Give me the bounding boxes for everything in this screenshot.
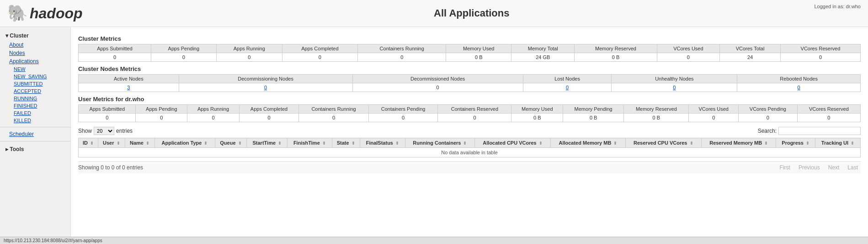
col-decommissioning-nodes: Decommissioning Nodes <box>179 75 352 83</box>
th-alloc-cpu[interactable]: Allocated CPU VCores ⇕ <box>474 138 550 148</box>
sort-icon-finalstatus: ⇕ <box>395 141 399 146</box>
sort-icon-alloc-mem: ⇕ <box>613 141 617 146</box>
sidebar-item-submitted[interactable]: SUBMITTED <box>0 80 70 87</box>
show-entries-right: Search: <box>758 127 861 135</box>
th-tracking-ui[interactable]: Tracking UI ⇕ <box>815 138 860 148</box>
sidebar-item-about[interactable]: About <box>0 41 70 49</box>
no-data-row: No data available in table <box>79 148 861 157</box>
sort-icon-state: ⇕ <box>351 141 355 146</box>
login-info: Logged in as: dr.who <box>814 4 861 9</box>
ucol-containers-reserved: Containers Reserved <box>438 105 511 114</box>
th-alloc-mem[interactable]: Allocated Memory MB ⇕ <box>551 138 625 148</box>
logo-area: 🐘 hadoop <box>7 4 83 23</box>
ucol-memory-pending: Memory Pending <box>563 105 624 114</box>
hadoop-logo: hadoop <box>30 5 83 22</box>
th-application-type[interactable]: Application Type ⇕ <box>154 138 215 148</box>
val-active-nodes[interactable]: 3 <box>79 83 179 92</box>
pagination-first[interactable]: First <box>777 163 793 172</box>
th-running-containers[interactable]: Running Containers ⇕ <box>405 138 474 148</box>
col-vcores-total: VCores Total <box>720 44 781 53</box>
sort-icon-apptype: ⇕ <box>204 141 208 146</box>
cluster-metrics-table: Apps Submitted Apps Pending Apps Running… <box>78 44 861 62</box>
ucol-apps-pending: Apps Pending <box>136 105 187 114</box>
val-rebooted-nodes[interactable]: 0 <box>737 83 861 92</box>
val-decommissioned-nodes: 0 <box>352 83 523 92</box>
sort-icon-id: ⇕ <box>90 141 94 146</box>
ucol-apps-submitted: Apps Submitted <box>79 105 136 114</box>
cluster-metrics-row: 0 0 0 0 0 0 B 24 GB 0 B 0 24 0 <box>79 53 861 62</box>
th-name[interactable]: Name ⇕ <box>125 138 154 148</box>
val-vcores-used: 0 <box>657 53 719 62</box>
search-input[interactable] <box>778 127 861 135</box>
th-user[interactable]: User ⇕ <box>98 138 125 148</box>
pagination-previous[interactable]: Previous <box>796 163 823 172</box>
sort-icon-alloc-cpu: ⇕ <box>539 141 543 146</box>
sidebar-item-applications[interactable]: Applications <box>0 57 70 65</box>
sidebar-item-new[interactable]: NEW <box>0 65 70 73</box>
pagination-last[interactable]: Last <box>845 163 861 172</box>
val-vcores-total: 24 <box>720 53 781 62</box>
sort-icon-starttime: ⇕ <box>278 141 282 146</box>
entries-label: entries <box>116 128 133 134</box>
search-label: Search: <box>758 128 777 134</box>
cluster-section-header[interactable]: ▾ Cluster <box>0 31 70 41</box>
col-rebooted-nodes: Rebooted Nodes <box>737 75 861 83</box>
th-id[interactable]: ID ⇕ <box>79 138 98 148</box>
entries-select[interactable]: 20 10 25 50 100 <box>94 127 114 135</box>
val-apps-submitted: 0 <box>79 53 151 62</box>
val-memory-used: 0 B <box>446 53 511 62</box>
ucol-apps-completed: Apps Completed <box>239 105 299 114</box>
uval-apps-submitted: 0 <box>79 114 136 122</box>
sort-icon-progress: ⇕ <box>806 141 809 146</box>
col-apps-running: Apps Running <box>216 44 282 53</box>
th-finishtime[interactable]: FinishTime ⇕ <box>288 138 332 148</box>
sort-icon-running-containers: ⇕ <box>463 141 467 146</box>
pagination-next[interactable]: Next <box>825 163 842 172</box>
val-unhealthy-nodes[interactable]: 0 <box>612 83 737 92</box>
th-state[interactable]: State ⇕ <box>332 138 360 148</box>
th-finalstatus[interactable]: FinalStatus ⇕ <box>360 138 405 148</box>
page-title: All Applications <box>83 7 861 19</box>
uval-apps-completed: 0 <box>239 114 299 122</box>
sidebar-item-killed[interactable]: KILLED <box>0 117 70 124</box>
cluster-nodes-metrics-table: Active Nodes Decommissioning Nodes Decom… <box>78 74 861 92</box>
sort-icon-tracking-ui: ⇕ <box>851 141 854 146</box>
th-reserved-cpu[interactable]: Reserved CPU VCores ⇕ <box>625 138 701 148</box>
val-lost-nodes[interactable]: 0 <box>523 83 612 92</box>
cluster-nodes-row: 3 0 0 0 0 0 <box>79 83 861 92</box>
tools-section-header[interactable]: ▸ Tools <box>0 144 70 154</box>
th-starttime[interactable]: StartTime ⇕ <box>247 138 288 148</box>
uval-memory-used: 0 B <box>511 114 563 122</box>
th-progress[interactable]: Progress ⇕ <box>776 138 815 148</box>
th-reserved-mem[interactable]: Reserved Memory MB ⇕ <box>701 138 776 148</box>
sidebar-item-scheduler[interactable]: Scheduler <box>0 130 70 138</box>
uval-apps-pending: 0 <box>136 114 187 122</box>
ucol-containers-pending: Containers Pending <box>368 105 438 114</box>
apps-section: Show 20 10 25 50 100 entries Search: <box>78 127 861 174</box>
apps-table-header-row: ID ⇕ User ⇕ Name ⇕ Application Type ⇕ Qu… <box>79 138 861 148</box>
col-memory-total: Memory Total <box>511 44 575 53</box>
sort-icon-reserved-mem: ⇕ <box>764 141 768 146</box>
sidebar-item-running[interactable]: RUNNING <box>0 95 70 102</box>
main-content: Cluster Metrics Apps Submitted Apps Pend… <box>71 27 868 244</box>
col-vcores-used: VCores Used <box>657 44 719 53</box>
sidebar-item-failed[interactable]: FAILED <box>0 109 70 117</box>
sidebar-item-new-saving[interactable]: NEW_SAVING <box>0 73 70 80</box>
sidebar-item-finished[interactable]: FINISHED <box>0 102 70 109</box>
sidebar: ▾ Cluster About Nodes Applications NEW N… <box>0 27 71 244</box>
val-decommissioning-nodes[interactable]: 0 <box>179 83 352 92</box>
ucol-vcores-reserved: VCores Reserved <box>797 105 860 114</box>
sidebar-item-accepted[interactable]: ACCEPTED <box>0 87 70 95</box>
sidebar-item-nodes[interactable]: Nodes <box>0 49 70 57</box>
uval-apps-running: 0 <box>187 114 240 122</box>
applications-table: ID ⇕ User ⇕ Name ⇕ Application Type ⇕ Qu… <box>78 138 861 157</box>
col-memory-used: Memory Used <box>446 44 511 53</box>
status-bar: https://10.213.230.184:8088/ui2/#/yarn-a… <box>0 237 868 244</box>
val-apps-running: 0 <box>216 53 282 62</box>
col-memory-reserved: Memory Reserved <box>575 44 657 53</box>
sidebar-divider-2 <box>0 141 70 141</box>
col-apps-pending: Apps Pending <box>151 44 216 53</box>
main-layout: ▾ Cluster About Nodes Applications NEW N… <box>0 27 868 244</box>
th-queue[interactable]: Queue ⇕ <box>215 138 247 148</box>
ucol-memory-reserved: Memory Reserved <box>624 105 689 114</box>
